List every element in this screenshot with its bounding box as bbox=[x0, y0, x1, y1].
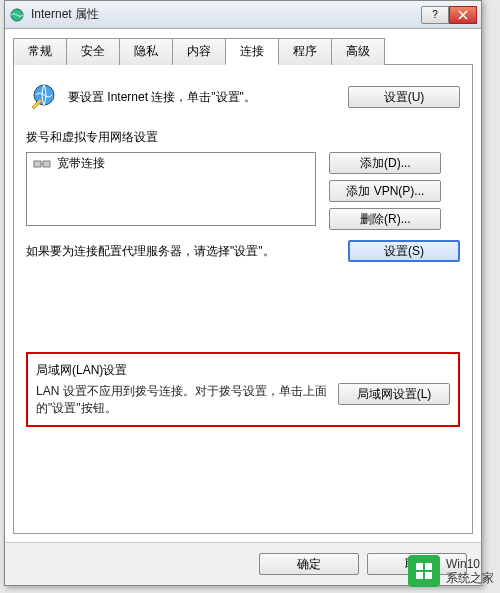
windows-icon bbox=[414, 561, 434, 581]
svg-rect-3 bbox=[43, 161, 50, 167]
remove-connection-button[interactable]: 删除(R)... bbox=[329, 208, 441, 230]
proxy-message: 如果要为连接配置代理服务器，请选择"设置"。 bbox=[26, 243, 340, 260]
svg-rect-7 bbox=[425, 572, 432, 579]
svg-rect-4 bbox=[416, 563, 423, 570]
lan-message: LAN 设置不应用到拨号连接。对于拨号设置，单击上面的"设置"按钮。 bbox=[36, 383, 330, 417]
close-icon bbox=[458, 10, 468, 20]
watermark-text: Win10 系统之家 bbox=[446, 557, 494, 586]
tab-general[interactable]: 常规 bbox=[13, 38, 67, 65]
setup-button[interactable]: 设置(U) bbox=[348, 86, 460, 108]
internet-options-icon bbox=[9, 7, 25, 23]
dialup-group: 宽带连接 添加(D)... 添加 VPN(P)... 删除(R)... 如果要为… bbox=[26, 152, 460, 262]
lan-settings-button[interactable]: 局域网设置(L) bbox=[338, 383, 450, 405]
svg-rect-5 bbox=[425, 563, 432, 570]
connection-icon bbox=[33, 157, 51, 171]
tab-connections[interactable]: 连接 bbox=[225, 38, 279, 65]
add-connection-button[interactable]: 添加(D)... bbox=[329, 152, 441, 174]
connections-listbox[interactable]: 宽带连接 bbox=[26, 152, 316, 226]
tab-bar: 常规 安全 隐私 内容 连接 程序 高级 bbox=[13, 37, 473, 64]
window-title: Internet 属性 bbox=[31, 6, 421, 23]
globe-wizard-icon bbox=[26, 81, 58, 113]
add-vpn-button[interactable]: 添加 VPN(P)... bbox=[329, 180, 441, 202]
watermark-line1: Win10 bbox=[446, 557, 494, 571]
connection-settings-button[interactable]: 设置(S) bbox=[348, 240, 460, 262]
lan-body: LAN 设置不应用到拨号连接。对于拨号设置，单击上面的"设置"按钮。 局域网设置… bbox=[36, 383, 450, 417]
proxy-row: 如果要为连接配置代理服务器，请选择"设置"。 设置(S) bbox=[26, 240, 460, 262]
setup-row: 要设置 Internet 连接，单击"设置"。 设置(U) bbox=[26, 81, 460, 113]
tab-content-panel: 要设置 Internet 连接，单击"设置"。 设置(U) 拨号和虚拟专用网络设… bbox=[13, 64, 473, 534]
watermark-line2: 系统之家 bbox=[446, 571, 494, 585]
internet-properties-dialog: Internet 属性 ? 常规 安全 隐私 内容 连接 程序 高级 要设置 I… bbox=[4, 0, 482, 586]
dialup-button-column: 添加(D)... 添加 VPN(P)... 删除(R)... bbox=[329, 152, 441, 230]
close-button[interactable] bbox=[449, 6, 477, 24]
list-item-label: 宽带连接 bbox=[57, 155, 105, 172]
svg-rect-2 bbox=[34, 161, 41, 167]
watermark: Win10 系统之家 bbox=[408, 555, 494, 587]
tab-content[interactable]: 内容 bbox=[172, 38, 226, 65]
lan-section-highlight: 局域网(LAN)设置 LAN 设置不应用到拨号连接。对于拨号设置，单击上面的"设… bbox=[26, 352, 460, 427]
list-item[interactable]: 宽带连接 bbox=[27, 153, 315, 174]
titlebar[interactable]: Internet 属性 ? bbox=[5, 1, 481, 29]
svg-rect-6 bbox=[416, 572, 423, 579]
tab-security[interactable]: 安全 bbox=[66, 38, 120, 65]
tab-programs[interactable]: 程序 bbox=[278, 38, 332, 65]
setup-message: 要设置 Internet 连接，单击"设置"。 bbox=[68, 89, 338, 106]
help-button[interactable]: ? bbox=[421, 6, 449, 24]
ok-button[interactable]: 确定 bbox=[259, 553, 359, 575]
tab-privacy[interactable]: 隐私 bbox=[119, 38, 173, 65]
lan-legend: 局域网(LAN)设置 bbox=[36, 362, 450, 379]
watermark-logo bbox=[408, 555, 440, 587]
dialup-legend: 拨号和虚拟专用网络设置 bbox=[26, 129, 460, 146]
window-buttons: ? bbox=[421, 6, 477, 24]
tab-advanced[interactable]: 高级 bbox=[331, 38, 385, 65]
